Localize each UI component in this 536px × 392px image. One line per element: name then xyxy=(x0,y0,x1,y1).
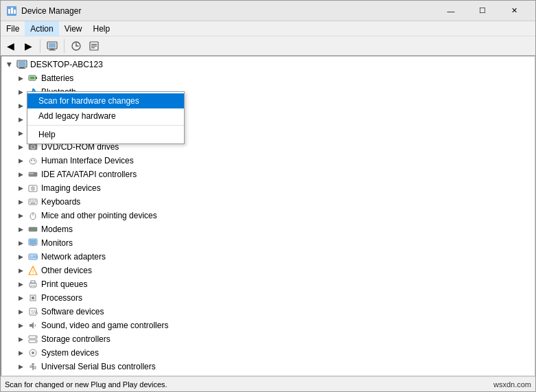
tree-label-print: Print queues xyxy=(41,279,87,289)
svg-rect-57 xyxy=(30,240,36,244)
menu-item-view[interactable]: View xyxy=(59,21,88,36)
toolbar: ◀ ▶ xyxy=(1,36,535,56)
tree-item-imaging[interactable]: ▶Imaging devices xyxy=(1,181,535,195)
toolbar-computer-button[interactable] xyxy=(44,38,60,54)
svg-rect-58 xyxy=(32,245,34,246)
tree-label-ide: IDE ATA/ATAPI controllers xyxy=(41,170,137,179)
toolbar-scan-button[interactable] xyxy=(68,38,84,54)
tree-item-monitors[interactable]: ▶Monitors xyxy=(1,236,535,250)
tree-icon-sound xyxy=(27,320,38,331)
tree-arrow-hid: ▶ xyxy=(15,155,26,166)
tree-label-modems: Modems xyxy=(41,224,73,234)
tree-item-sound[interactable]: ▶Sound, video and game controllers xyxy=(1,319,535,332)
menu-item-action[interactable]: Action xyxy=(25,21,58,36)
tree-label-processors: Processors xyxy=(41,293,82,303)
tree-icon-batteries xyxy=(27,73,38,84)
svg-rect-12 xyxy=(91,47,95,48)
dropdown-scan-item[interactable]: Scan for hardware changes xyxy=(27,93,184,108)
tree-label-storage: Storage controllers xyxy=(41,334,110,344)
tree-arrow-monitors: ▶ xyxy=(15,238,26,249)
tree-item-software[interactable]: ▶SWSoftware devices xyxy=(1,305,535,319)
tree-item-storage[interactable]: ▶Storage controllers xyxy=(1,332,535,346)
tree-arrow-sound: ▶ xyxy=(15,320,26,331)
tree-arrow-network: ▶ xyxy=(15,251,26,262)
tree-item-batteries[interactable]: ▶Batteries xyxy=(1,71,535,85)
tree-label-hid: Human Interface Devices xyxy=(41,156,134,165)
tree-icon-keyboards xyxy=(27,196,38,207)
tree-label-keyboards: Keyboards xyxy=(41,197,80,207)
svg-marker-79 xyxy=(31,363,35,365)
tree-item-processors[interactable]: ▶Processors xyxy=(1,291,535,305)
toolbar-separator-2 xyxy=(64,39,65,53)
tree-label-batteries: Batteries xyxy=(41,73,73,83)
tree-arrow-dvd: ▶ xyxy=(15,141,26,152)
menu-item-file[interactable]: File xyxy=(1,21,25,36)
tree-arrow-usb: ▶ xyxy=(15,361,26,372)
tree-arrow-ide: ▶ xyxy=(15,169,26,180)
tree-icon-hid xyxy=(27,155,38,166)
svg-rect-40 xyxy=(32,173,34,174)
tree-root-label: DESKTOP-ABC123 xyxy=(30,60,103,69)
svg-rect-45 xyxy=(30,200,32,202)
tree-icon-mice xyxy=(27,210,38,221)
tree-item-mice[interactable]: ▶Mice and other pointing devices xyxy=(1,209,535,222)
svg-point-35 xyxy=(31,160,32,161)
close-button[interactable]: ✕ xyxy=(498,1,530,21)
tree-arrow-storage: ▶ xyxy=(15,334,26,345)
dropdown-legacy-item[interactable]: Add legacy hardware xyxy=(27,108,184,124)
tree-arrow-other: ▶ xyxy=(15,265,26,276)
svg-rect-48 xyxy=(35,200,36,202)
tree-item-usb[interactable]: ▶Universal Serial Bus controllers xyxy=(1,360,535,373)
tree-arrow-software: ▶ xyxy=(15,306,26,317)
tree-arrow-display_adapters: ▶ xyxy=(15,128,26,139)
tree-arrow-batteries: ▶ xyxy=(15,73,26,84)
svg-rect-37 xyxy=(29,172,37,176)
svg-rect-47 xyxy=(34,200,35,202)
toolbar-properties-button[interactable] xyxy=(86,38,102,54)
svg-rect-18 xyxy=(36,77,37,79)
minimize-button[interactable]: — xyxy=(435,1,467,21)
tree-item-system[interactable]: ▶System devices xyxy=(1,346,535,360)
svg-point-54 xyxy=(32,229,34,230)
svg-point-33 xyxy=(32,146,34,148)
svg-rect-14 xyxy=(19,61,26,67)
status-text: Scan for changed or new Plug and Play de… xyxy=(5,380,167,389)
tree-item-ide[interactable]: ▶IDE ATA/ATAPI controllers xyxy=(1,168,535,181)
tree-item-print[interactable]: ▶Print queues xyxy=(1,277,535,291)
maximize-button[interactable]: ☐ xyxy=(467,1,498,21)
tree-icon-software: SW xyxy=(27,306,38,317)
tree-item-network[interactable]: ▶LANNetwork adapters xyxy=(1,250,535,264)
svg-rect-11 xyxy=(91,45,97,46)
tree-icon-print xyxy=(27,279,38,290)
tree-item-modems[interactable]: ▶Modems xyxy=(1,222,535,236)
main-content: ▶ DESKTOP-ABC123 ▶Batteries▶Bluetooth▶Co… xyxy=(1,56,535,376)
svg-text:SW: SW xyxy=(31,310,38,314)
tree-arrow-system: ▶ xyxy=(15,347,26,358)
dropdown-help-item[interactable]: Help xyxy=(27,127,184,142)
svg-rect-39 xyxy=(31,173,32,174)
svg-rect-46 xyxy=(32,200,33,202)
tree-icon-other: ! xyxy=(27,265,38,276)
svg-rect-15 xyxy=(20,67,24,68)
toolbar-back-button[interactable]: ◀ xyxy=(2,38,19,54)
tree-label-mice: Mice and other pointing devices xyxy=(41,211,157,220)
toolbar-forward-button[interactable]: ▶ xyxy=(20,38,36,54)
tree-root[interactable]: ▶ DESKTOP-ABC123 xyxy=(1,58,535,71)
menu-item-help[interactable]: Help xyxy=(88,21,116,36)
tree-item-hid[interactable]: ▶Human Interface Devices xyxy=(1,154,535,168)
svg-point-53 xyxy=(30,229,32,230)
tree-label-software: Software devices xyxy=(41,307,104,316)
svg-rect-7 xyxy=(49,49,56,50)
tree-arrow-bluetooth: ▶ xyxy=(15,87,26,97)
svg-rect-49 xyxy=(31,203,36,204)
tree-label-other: Other devices xyxy=(41,266,92,275)
svg-rect-1 xyxy=(8,9,10,14)
svg-point-55 xyxy=(34,229,36,230)
tree-arrow-mice: ▶ xyxy=(15,210,26,221)
svg-rect-10 xyxy=(91,44,97,45)
tree-item-keyboards[interactable]: ▶Keyboards xyxy=(1,195,535,209)
tree-arrow-keyboards: ▶ xyxy=(15,196,26,207)
svg-rect-16 xyxy=(19,68,25,69)
tree-label-network: Network adapters xyxy=(41,252,106,262)
tree-item-other[interactable]: ▶!Other devices xyxy=(1,264,535,277)
